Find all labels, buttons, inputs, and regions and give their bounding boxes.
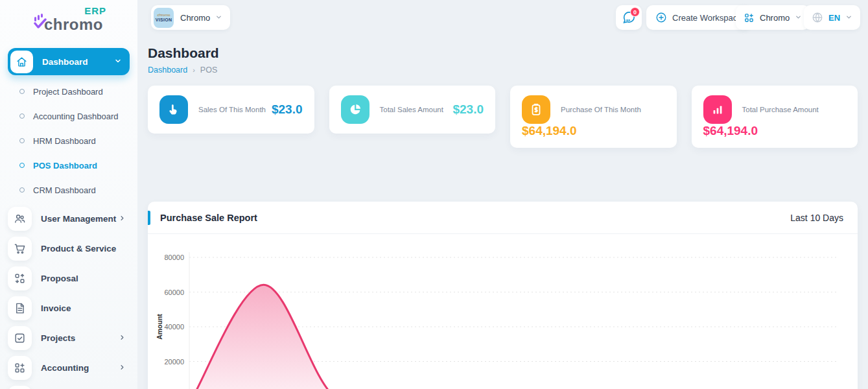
- svg-text:20000: 20000: [164, 358, 184, 366]
- bar-chart-icon: [703, 95, 732, 124]
- sidebar-item-proposal[interactable]: Proposal: [0, 263, 137, 293]
- chat-icon: 0: [622, 10, 636, 25]
- stat-value: $64,194.0: [703, 124, 758, 137]
- app-logo: chromo ERP: [34, 8, 105, 34]
- sidebar-subitem-label: HRM Dashboard: [33, 136, 96, 146]
- breadcrumb-current: POS: [200, 65, 217, 75]
- workspace-dropdown[interactable]: Chromo: [736, 5, 810, 30]
- stat-card-sales-of-this-month: Sales Of This Month$23.0: [148, 86, 314, 134]
- invoice-icon: [8, 296, 32, 320]
- workspace-dropdown-label: Chromo: [760, 13, 790, 23]
- stat-value: $23.0: [452, 102, 484, 117]
- sidebar-subitem-hrm-dashboard[interactable]: HRM Dashboard: [0, 128, 137, 153]
- language-label: EN: [828, 13, 840, 23]
- report-title: Purchase Sale Report: [160, 213, 257, 223]
- tap-icon: [159, 95, 188, 124]
- chevron-down-icon: [215, 12, 222, 23]
- accounting-icon: [8, 356, 32, 380]
- hrm-icon: [8, 386, 32, 389]
- chevron-right-icon: [119, 213, 126, 224]
- grid-plus-icon: [744, 12, 755, 23]
- workspace-name: Chromo: [180, 13, 210, 23]
- avatar-text: VISION: [156, 18, 172, 23]
- workspace-avatar: chromo VISION: [154, 8, 174, 28]
- sidebar-item-label: Invoice: [41, 303, 71, 313]
- stat-label: Total Sales Amount: [380, 106, 443, 113]
- chevron-right-icon: [119, 362, 126, 373]
- sidebar-item-invoice[interactable]: Invoice: [0, 293, 137, 323]
- cart-icon: [8, 237, 32, 261]
- stat-label: Purchase Of This Month: [561, 106, 641, 113]
- avatar-text: chromo: [157, 13, 170, 18]
- messages-badge: 0: [630, 7, 640, 17]
- circle-bullet-icon: [19, 113, 25, 119]
- sidebar-subitem-accounting-dashboard[interactable]: Accounting Dashboard: [0, 104, 137, 128]
- svg-text:60000: 60000: [164, 289, 184, 296]
- brand-erp-label: ERP: [84, 5, 106, 16]
- chevron-right-icon: [119, 332, 126, 344]
- sidebar-item-label: Product & Service: [41, 244, 116, 253]
- pie-chart-icon: [341, 95, 369, 124]
- users-icon: [8, 207, 32, 231]
- svg-text:Amount: Amount: [156, 314, 163, 340]
- sidebar-item-hrm[interactable]: HRM: [0, 383, 137, 389]
- main-content: Dashboard Dashboard › POS Sales Of This …: [137, 36, 868, 148]
- page-title: Dashboard: [148, 45, 858, 61]
- topbar: chromo VISION Chromo 0 Create Workspace …: [137, 0, 868, 36]
- circle-bullet-icon: [19, 163, 25, 168]
- sidebar-subitem-project-dashboard[interactable]: Project Dashboard: [0, 79, 137, 104]
- circle-bullet-icon: [19, 138, 25, 143]
- chevron-down-icon: [114, 56, 122, 67]
- chevron-down-icon: [795, 12, 802, 23]
- title-accent-bar: [148, 211, 150, 225]
- sidebar-item-label: Dashboard: [42, 57, 88, 67]
- stat-label: Sales Of This Month: [198, 106, 266, 113]
- sidebar-item-product-service[interactable]: Product & Service: [0, 233, 137, 263]
- clipboard-dollar-icon: [522, 95, 550, 124]
- sidebar: chromo ERP Dashboard Project DashboardAc…: [0, 0, 137, 389]
- sidebar-subitem-crm-dashboard[interactable]: CRM Dashboard: [0, 178, 137, 202]
- sidebar-subitem-label: Accounting Dashboard: [33, 112, 119, 121]
- breadcrumb: Dashboard › POS: [148, 65, 858, 75]
- stat-value: $64,194.0: [522, 124, 577, 137]
- breadcrumb-separator-icon: ›: [193, 66, 195, 74]
- sidebar-subitem-label: CRM Dashboard: [33, 185, 96, 195]
- messages-button[interactable]: 0: [616, 5, 642, 30]
- sidebar-item-user-management[interactable]: User Management: [0, 204, 137, 233]
- purchase-sale-chart[interactable]: 020000400006000080000Amount2024-01-29202…: [148, 234, 858, 389]
- stat-card-purchase-of-this-month: Purchase Of This Month$64,194.0: [510, 86, 677, 148]
- stat-card-total-sales-amount: Total Sales Amount$23.0: [329, 86, 496, 134]
- circle-bullet-icon: [19, 89, 25, 94]
- brand-name: chromo: [44, 16, 103, 34]
- sidebar-item-accounting[interactable]: Accounting: [0, 353, 137, 383]
- svg-text:40000: 40000: [164, 323, 184, 331]
- dashboard-submenu: Project DashboardAccounting DashboardHRM…: [0, 75, 137, 204]
- workspace-selector[interactable]: chromo VISION Chromo: [151, 5, 230, 30]
- stat-value: $23.0: [272, 102, 303, 117]
- sidebar-subitem-label: Project Dashboard: [33, 87, 103, 97]
- sidebar-subitem-label: POS Dashboard: [33, 161, 97, 171]
- proposal-icon: [8, 266, 32, 290]
- sidebar-item-projects[interactable]: Projects: [0, 323, 137, 353]
- create-workspace-label: Create Workspace: [672, 13, 742, 23]
- sidebar-item-dashboard[interactable]: Dashboard: [8, 48, 130, 75]
- purchase-sale-report-card: Purchase Sale Report Last 10 Days 020000…: [148, 202, 858, 389]
- language-selector[interactable]: EN: [804, 5, 860, 30]
- globe-icon: [812, 12, 823, 23]
- sidebar-item-label: Projects: [41, 333, 75, 343]
- sidebar-item-label: Accounting: [41, 363, 89, 373]
- stat-card-total-purchase-amount: Total Purchase Amount$64,194.0: [692, 86, 858, 148]
- sidebar-menu: User ManagementProduct & ServiceProposal…: [0, 204, 137, 389]
- home-icon: [10, 51, 33, 73]
- projects-icon: [8, 326, 32, 350]
- chevron-down-icon: [845, 12, 852, 23]
- sidebar-subitem-pos-dashboard[interactable]: POS Dashboard: [0, 153, 137, 178]
- svg-text:80000: 80000: [164, 253, 184, 261]
- sidebar-item-label: User Management: [41, 214, 116, 224]
- report-range-label: Last 10 Days: [790, 213, 843, 223]
- stat-cards-row: Sales Of This Month$23.0Total Sales Amou…: [137, 75, 868, 148]
- sidebar-item-label: Proposal: [41, 274, 78, 283]
- circle-bullet-icon: [19, 187, 25, 193]
- breadcrumb-dashboard-link[interactable]: Dashboard: [148, 65, 187, 75]
- stat-label: Total Purchase Amount: [742, 106, 819, 113]
